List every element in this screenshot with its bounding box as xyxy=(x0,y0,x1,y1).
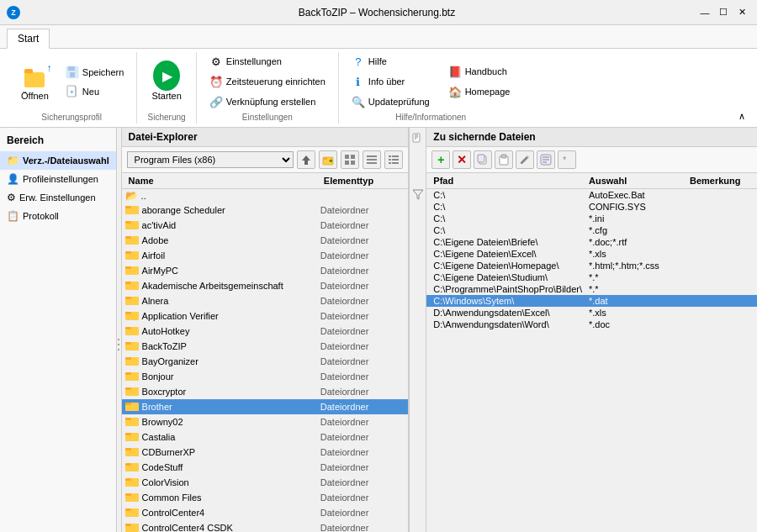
fe-item[interactable]: BoxcryptorDateiordner xyxy=(122,384,408,399)
svg-rect-18 xyxy=(389,155,391,157)
fe-item[interactable]: ColorVisionDateiordner xyxy=(122,475,408,490)
bf-item[interactable]: C:\Eigene Dateien\Briefe\*.doc;*.rtf xyxy=(426,236,757,248)
bf-item[interactable]: C:\AutoExec.Bat xyxy=(426,189,757,201)
bf-item[interactable]: C:\Eigene Dateien\Homepage\*.html;*.htm;… xyxy=(426,260,757,271)
oeffnen-icon: ↑ xyxy=(21,62,48,89)
fe-item[interactable]: ac'tivAidDateiordner xyxy=(122,218,408,233)
neu-button[interactable]: + Neu xyxy=(60,82,130,101)
sidebar-item-verzeichnis[interactable]: 📁 Verz.-/Dateiauswahl xyxy=(0,151,116,170)
fe-item-type: Dateiordner xyxy=(320,371,405,382)
fe-item-name: aborange Scheduler xyxy=(142,205,320,215)
fe-item-name: BayOrganizer xyxy=(142,356,320,366)
fe-item-name: Brother xyxy=(142,402,320,412)
info-button[interactable]: ℹ Info über xyxy=(346,72,436,91)
svg-rect-9 xyxy=(323,157,327,160)
homepage-button[interactable]: 🏠 Homepage xyxy=(442,82,516,101)
fe-item[interactable]: ControlCenter4 CSDKDateiordner xyxy=(122,520,408,532)
fe-item-name: Boxcryptor xyxy=(142,387,320,397)
folder-icon xyxy=(125,521,139,532)
fe-item[interactable]: Browny02Dateiordner xyxy=(122,414,408,429)
fe-item[interactable]: AirMyPCDateiordner xyxy=(122,263,408,278)
folder-icon xyxy=(125,415,139,429)
fe-item[interactable]: 📂.. xyxy=(122,189,408,203)
fe-item-name: AutoHotkey xyxy=(142,326,320,336)
filter-button[interactable] xyxy=(410,187,426,202)
einstellungen-button[interactable]: ⚙ Einstellungen xyxy=(204,52,288,71)
fe-item[interactable]: AutoHotkeyDateiordner xyxy=(122,324,408,339)
fe-item[interactable]: AlneraDateiordner xyxy=(122,293,408,308)
fe-list-view-button[interactable] xyxy=(363,150,381,169)
svg-rect-19 xyxy=(392,155,399,157)
fe-item-name: Castalia xyxy=(142,432,320,442)
fe-item[interactable]: BayOrganizerDateiordner xyxy=(122,354,408,369)
fe-item[interactable]: CastaliaDateiordner xyxy=(122,429,408,445)
bf-item[interactable]: C:\Windows\Sytem\*.dat xyxy=(426,295,757,307)
fe-detail-view-button[interactable] xyxy=(384,150,403,169)
sidebar-item-erw-einstellungen[interactable]: ⚙ Erw. Einstellungen xyxy=(0,188,116,207)
tab-start[interactable]: Start xyxy=(7,29,50,49)
fe-item[interactable]: aborange SchedulerDateiordner xyxy=(122,203,408,218)
fe-item[interactable]: Akademische ArbeitsgemeinschaftDateiordn… xyxy=(122,278,408,293)
minimize-button[interactable]: — xyxy=(696,4,713,21)
fe-item-type: Dateiordner xyxy=(320,508,405,518)
verknuepfung-button[interactable]: 🔗 Verknüpfung erstellen xyxy=(204,92,321,111)
speichern-button[interactable]: Speichern xyxy=(60,63,130,82)
starten-button[interactable]: Starten xyxy=(144,58,188,105)
svg-rect-61 xyxy=(125,478,131,481)
add-to-backup-button[interactable] xyxy=(410,131,426,146)
bf-item[interactable]: C:\*.cfg xyxy=(426,224,757,236)
sidebar-item-profileinstellungen[interactable]: 👤 Profileinstellungen xyxy=(0,170,116,188)
folder-icon xyxy=(125,506,139,519)
bf-item-selection: *.xls xyxy=(585,308,686,318)
svg-rect-27 xyxy=(125,221,131,224)
svg-rect-65 xyxy=(125,508,131,511)
bf-item[interactable]: C:\*.ini xyxy=(426,213,757,224)
fe-path-select[interactable]: Program Files (x86) xyxy=(127,151,294,168)
fe-item[interactable]: BrotherDateiordner xyxy=(122,399,408,414)
ribbon-collapse-button[interactable]: ∧ xyxy=(733,109,750,124)
svg-rect-29 xyxy=(125,236,131,239)
fe-item[interactable]: AdobeDateiordner xyxy=(122,233,408,248)
bf-item[interactable]: C:\Programme\PaintShopPro\Bilder\*.* xyxy=(426,283,757,295)
protokoll-icon: 📋 xyxy=(7,210,19,222)
bf-list: C:\AutoExec.BatC:\CONFIG.SYSC:\*.iniC:\*… xyxy=(426,189,757,532)
bf-toolbar: + ✕ * xyxy=(426,147,757,173)
bf-item[interactable]: C:\Eigene Dateien\Excel\*.xls xyxy=(426,248,757,260)
fe-item[interactable]: Common FilesDateiordner xyxy=(122,490,408,505)
sidebar-item-protokoll[interactable]: 📋 Protokoll xyxy=(0,207,116,225)
bf-delete-button[interactable]: ✕ xyxy=(453,150,471,169)
fe-new-folder-button[interactable]: + xyxy=(319,150,337,169)
app-icon: Z xyxy=(7,6,20,19)
fe-item[interactable]: BackToZIPDateiordner xyxy=(122,339,408,354)
bf-paste-button[interactable] xyxy=(495,150,513,169)
handbuch-button[interactable]: 📕 Handbuch xyxy=(442,62,516,81)
svg-rect-12 xyxy=(351,155,355,159)
bf-copy-button[interactable] xyxy=(474,150,492,169)
fe-navigate-up-button[interactable] xyxy=(297,150,315,169)
info-icon: ℹ xyxy=(352,75,365,88)
oeffnen-button[interactable]: ↑ Öffnen xyxy=(13,58,56,105)
hilfe-button[interactable]: ? Hilfe xyxy=(346,52,436,71)
fe-grid-view-button[interactable] xyxy=(341,150,359,169)
maximize-button[interactable]: ☐ xyxy=(715,4,732,21)
close-button[interactable]: ✕ xyxy=(733,4,750,21)
bf-item[interactable]: C:\Eigene Dateien\Studium\*.* xyxy=(426,271,757,283)
bf-item[interactable]: C:\CONFIG.SYS xyxy=(426,201,757,213)
bf-wildcards-button[interactable]: * xyxy=(558,150,576,169)
bf-item[interactable]: D:\Anwendungsdaten\Excel\*.xls xyxy=(426,307,757,319)
fe-item[interactable]: Application VerifierDateiordner xyxy=(122,308,408,324)
bf-add-button[interactable]: + xyxy=(431,150,450,169)
fe-item[interactable]: CDBurnerXPDateiordner xyxy=(122,445,408,460)
fe-item[interactable]: AirfoilDateiordner xyxy=(122,248,408,263)
fe-item[interactable]: BonjourDateiordner xyxy=(122,369,408,384)
updatepruefung-button[interactable]: 🔍 Updateprüfung xyxy=(346,92,436,111)
fe-item[interactable]: CodeStuffDateiordner xyxy=(122,460,408,475)
zeitsteuerung-button[interactable]: ⏰ Zeitsteuerung einrichten xyxy=(204,72,331,91)
bf-edit-button[interactable] xyxy=(516,150,534,169)
bf-item[interactable]: D:\Anwendungsdaten\Word\*.doc xyxy=(426,319,757,330)
fe-item[interactable]: ControlCenter4Dateiordner xyxy=(122,505,408,520)
group-label-hilfe: Hilfe/Informationen xyxy=(395,113,466,124)
fe-item-name: .. xyxy=(141,191,320,201)
bf-item-path: C:\Programme\PaintShopPro\Bilder\ xyxy=(430,284,585,294)
bf-properties-button[interactable] xyxy=(537,150,555,169)
